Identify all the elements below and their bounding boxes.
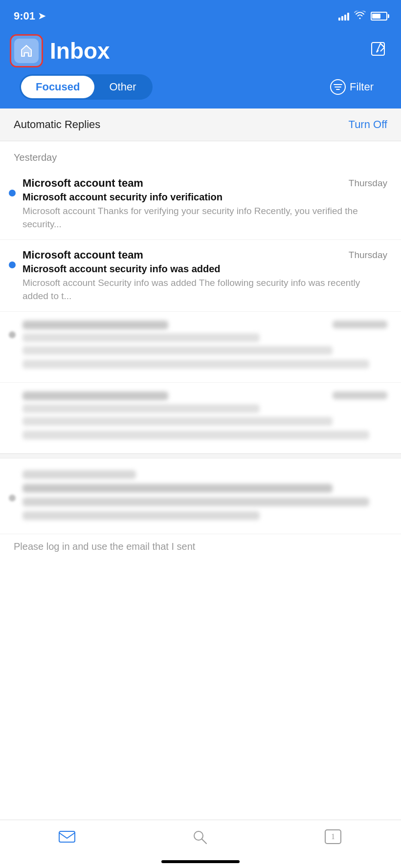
battery-icon [371, 12, 387, 21]
email-subject: Microsoft account security info was adde… [22, 263, 387, 275]
status-time: 9:01 ➤ [14, 10, 45, 22]
email-item[interactable]: Microsoft account team Thursday Microsof… [0, 240, 401, 312]
bottom-tab-badge[interactable]: 1 [323, 830, 343, 847]
bottom-tab-search[interactable] [192, 829, 207, 848]
email-subject: Microsoft account security info verifica… [22, 192, 387, 203]
inbox-tabs: Focused Other [20, 74, 153, 100]
blurred-email-item[interactable] [0, 312, 401, 383]
tab-bar: Focused Other Filter [10, 74, 387, 108]
email-sender: Microsoft account team [22, 249, 143, 261]
filter-button[interactable]: Filter [330, 79, 374, 95]
status-icons [338, 11, 387, 22]
email-bottom-preview: Please log in and use the email that I s… [0, 534, 401, 559]
mail-icon [58, 829, 76, 848]
email-content: Microsoft account team Thursday Microsof… [22, 177, 387, 231]
header-left: Inbox [10, 34, 110, 67]
email-date: Thursday [349, 178, 387, 189]
home-indicator [161, 860, 240, 863]
page-title: Inbox [50, 38, 110, 64]
email-content: Microsoft account team Thursday Microsof… [22, 249, 387, 303]
turn-off-button[interactable]: Turn Off [349, 118, 387, 131]
home-icon [14, 39, 39, 63]
svg-text:1: 1 [331, 832, 335, 841]
status-bar: 9:01 ➤ [0, 0, 401, 29]
unread-indicator [9, 190, 16, 196]
section-divider [0, 454, 401, 458]
filter-label: Filter [350, 81, 374, 93]
badge-icon: 1 [324, 829, 342, 848]
time-display: 9:01 [14, 10, 35, 22]
account-icon-wrapper[interactable] [10, 34, 43, 67]
bottom-tab-mail[interactable] [58, 829, 76, 848]
compose-button[interactable] [370, 41, 387, 62]
email-item[interactable]: Microsoft account team Thursday Microsof… [0, 168, 401, 240]
signal-icon [338, 12, 349, 21]
email-sender: Microsoft account team [22, 177, 143, 190]
email-list: Yesterday Microsoft account team Thursda… [0, 141, 401, 559]
location-icon: ➤ [38, 11, 45, 22]
blurred-email-item[interactable] [0, 458, 401, 534]
search-icon [192, 829, 207, 848]
header: Inbox Focused Other Filter [0, 29, 401, 108]
tab-other[interactable]: Other [94, 76, 151, 98]
svg-line-6 [202, 839, 206, 844]
blurred-email-item[interactable] [0, 383, 401, 454]
auto-replies-bar: Automatic Replies Turn Off [0, 108, 401, 141]
email-preview: Microsoft account Thanks for verifying y… [22, 205, 387, 231]
section-header-yesterday: Yesterday [0, 141, 401, 168]
email-preview: Microsoft account Security info was adde… [22, 277, 387, 303]
unread-indicator [9, 261, 16, 268]
email-date: Thursday [349, 250, 387, 260]
auto-replies-label: Automatic Replies [14, 118, 100, 131]
svg-rect-4 [59, 831, 75, 842]
filter-icon [330, 79, 346, 95]
wifi-icon [354, 11, 366, 22]
tab-focused[interactable]: Focused [21, 76, 94, 98]
